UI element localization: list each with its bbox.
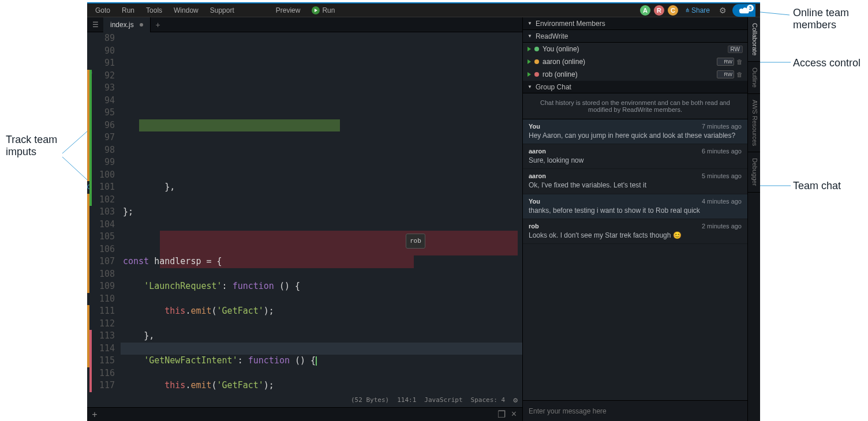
trash-icon[interactable]: 🗑 — [736, 71, 743, 78]
chat-input[interactable] — [529, 407, 742, 415]
annotation-line-online — [755, 8, 792, 20]
annotation-team-chat: Team chat — [793, 180, 841, 192]
chat-messages: You7 minutes ago Hey Aaron, can you jump… — [523, 119, 747, 400]
settings-gear-icon[interactable]: ⚙ — [717, 6, 729, 15]
edit-marker-pink — [89, 330, 92, 392]
status-cursor-pos: 114:1 — [397, 394, 416, 407]
section-env-members[interactable]: ▼ Environment Members — [523, 17, 747, 30]
menu-support[interactable]: Support — [204, 6, 240, 14]
group-chat-label: Group Chat — [536, 83, 571, 91]
rw-toggle[interactable]: RW — [717, 58, 734, 66]
status-language[interactable]: JavaScript — [424, 394, 462, 407]
play-icon — [527, 72, 531, 77]
avatar-r[interactable]: R — [654, 5, 664, 16]
vtab-collaborate[interactable]: Collaborate — [748, 17, 760, 62]
menu-run[interactable]: Run — [116, 6, 140, 14]
tab-dirty-dot-icon — [140, 23, 143, 27]
share-icon: ⋔ — [685, 7, 689, 13]
code-lines: rob }, }; const handlersp = { 'LaunchReq… — [121, 32, 522, 407]
run-label: Run — [322, 6, 335, 14]
editor-settings-gear-icon[interactable]: ⚙ — [513, 394, 518, 407]
add-panel-button[interactable]: + — [87, 409, 102, 420]
preview-button[interactable]: Preview — [270, 6, 306, 14]
tab-label: index.js — [110, 21, 134, 29]
cloud-badge[interactable]: 3 — [732, 4, 755, 17]
menu-window[interactable]: Window — [168, 6, 204, 14]
cloud-count: 3 — [747, 5, 754, 12]
editor-pane: ☰ index.js + i — [87, 17, 522, 421]
presence-dot-icon — [534, 59, 539, 64]
vtab-debugger[interactable]: Debugger — [748, 152, 760, 192]
annotation-online-members: Online team members — [793, 7, 868, 31]
env-members-label: Environment Members — [536, 20, 605, 28]
member-label: rob (online) — [542, 70, 578, 78]
status-spaces[interactable]: Spaces: 4 — [471, 394, 506, 407]
chat-message: aaron5 minutes ago Ok, I've fixed the va… — [523, 169, 747, 194]
tabs-row: ☰ index.js + — [87, 17, 522, 32]
triangle-down-icon: ▼ — [527, 33, 532, 39]
tab-index-js[interactable]: index.js — [103, 17, 151, 32]
vtab-outline[interactable]: Outline — [748, 62, 760, 94]
close-panel-icon[interactable]: × — [511, 409, 517, 420]
add-tab-button[interactable]: + — [151, 17, 166, 32]
restore-panes-icon[interactable]: ❐ — [497, 409, 506, 420]
collaborate-panel: ▼ Environment Members ▼ ReadWrite You (o… — [522, 17, 760, 421]
editor-bottom-bar: + ❐ × — [87, 407, 522, 421]
chat-message: rob2 minutes ago Looks ok. I don't see m… — [523, 219, 747, 244]
vertical-tabs: Collaborate Outline AWS Resources Debugg… — [747, 17, 760, 421]
readwrite-label: ReadWrite — [536, 32, 568, 40]
triangle-down-icon: ▼ — [527, 84, 532, 89]
play-icon — [527, 47, 531, 51]
triangle-down-icon: ▼ — [527, 21, 532, 26]
member-row-aaron[interactable]: aaron (online) RW 🗑 — [523, 55, 747, 68]
rw-badge: RW — [728, 46, 743, 53]
share-label: Share — [691, 6, 710, 14]
vtab-aws-resources[interactable]: AWS Resources — [748, 94, 760, 152]
presence-dot-icon — [534, 47, 539, 51]
member-label: aaron (online) — [542, 58, 585, 66]
menubar: Goto Run Tools Window Support Preview Ru… — [87, 3, 760, 17]
section-group-chat[interactable]: ▼ Group Chat — [523, 81, 747, 93]
chat-message: aaron6 minutes ago Sure, looking now — [523, 144, 747, 169]
code-editor[interactable]: i 89 90 — [87, 32, 522, 407]
presence-dot-icon — [534, 72, 539, 77]
ide-window: Goto Run Tools Window Support Preview Ru… — [87, 2, 760, 421]
section-readwrite[interactable]: ▼ ReadWrite — [523, 30, 747, 43]
share-button[interactable]: ⋔ Share — [682, 6, 713, 14]
annotation-access-control: Access control — [793, 57, 860, 69]
member-label: You (online) — [542, 45, 579, 53]
trash-icon[interactable]: 🗑 — [736, 58, 743, 65]
menu-tools[interactable]: Tools — [140, 6, 168, 14]
chat-message: You4 minutes ago thanks, before testing … — [523, 194, 747, 219]
edit-marker-green — [89, 70, 92, 206]
avatar-c[interactable]: C — [668, 5, 678, 16]
member-row-you[interactable]: You (online) RW — [523, 43, 747, 55]
editor-status-bar: (52 Bytes) 114:1 JavaScript Spaces: 4 ⚙ — [351, 394, 518, 407]
svg-line-4 — [755, 12, 790, 15]
run-button[interactable]: Run — [306, 6, 341, 14]
rw-toggle[interactable]: RW — [717, 70, 734, 78]
edit-marker-orange-2 — [87, 194, 89, 293]
chat-hint: Chat history is stored on the environmen… — [523, 93, 747, 119]
play-icon — [527, 59, 531, 64]
avatar-a[interactable]: A — [640, 5, 650, 16]
file-tree-toggle[interactable]: ☰ — [87, 21, 103, 29]
line-gutter: 89 90 91 92 93 94 95 96 97 98 99 100 101… — [93, 32, 121, 407]
status-bytes: (52 Bytes) — [351, 394, 389, 407]
member-row-rob[interactable]: rob (online) RW 🗑 — [523, 68, 747, 81]
chat-message: You7 minutes ago Hey Aaron, can you jump… — [523, 119, 747, 144]
menu-goto[interactable]: Goto — [89, 6, 116, 14]
chat-input-row — [523, 400, 747, 421]
play-icon — [312, 6, 320, 14]
